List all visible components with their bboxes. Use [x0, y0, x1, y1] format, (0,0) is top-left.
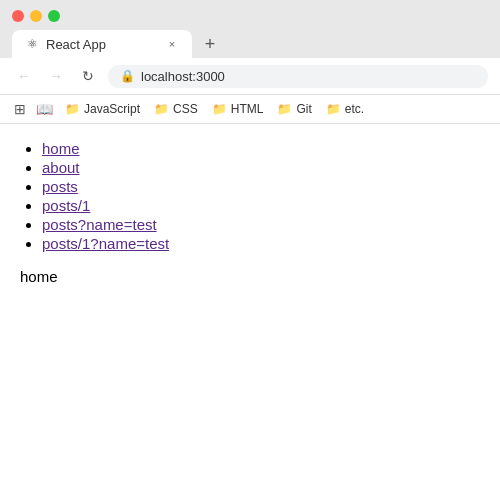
posts-1-link[interactable]: posts/1 [42, 197, 90, 214]
bookmark-javascript[interactable]: 📁 JavaScript [59, 100, 146, 118]
bookmarks-bar: ⊞ 📖 📁 JavaScript 📁 CSS 📁 HTML 📁 Git 📁 et… [0, 95, 500, 124]
posts-1-query-link[interactable]: posts/1?name=test [42, 235, 169, 252]
bookmark-label: JavaScript [84, 102, 140, 116]
address-bar[interactable]: 🔒 localhost:3000 [108, 65, 488, 88]
bookmark-css[interactable]: 📁 CSS [148, 100, 204, 118]
tab-close-button[interactable]: × [164, 36, 180, 52]
about-link[interactable]: about [42, 159, 80, 176]
nav-link-list: homeaboutpostsposts/1posts?name=testpost… [20, 140, 480, 252]
new-tab-button[interactable]: + [196, 30, 224, 58]
close-button[interactable] [12, 10, 24, 22]
page-label: home [20, 268, 480, 285]
browser-window: ⚛ React App × + ← → ↻ 🔒 localhost:3000 ⊞… [0, 0, 500, 500]
title-bar: ⚛ React App × + [0, 0, 500, 58]
reload-button[interactable]: ↻ [76, 64, 100, 88]
bookmark-label: CSS [173, 102, 198, 116]
page-content: homeaboutpostsposts/1posts?name=testpost… [0, 124, 500, 500]
tab-favicon: ⚛ [24, 36, 40, 52]
folder-icon: 📁 [326, 102, 341, 116]
home-link[interactable]: home [42, 140, 80, 157]
posts-link[interactable]: posts [42, 178, 78, 195]
folder-icon: 📁 [277, 102, 292, 116]
bookmark-label: HTML [231, 102, 264, 116]
window-controls [12, 10, 488, 22]
posts-query-link[interactable]: posts?name=test [42, 216, 157, 233]
back-button[interactable]: ← [12, 64, 36, 88]
apps-icon[interactable]: ⊞ [10, 99, 30, 119]
bookmark-label: Git [296, 102, 311, 116]
bookmark-label: etc. [345, 102, 364, 116]
tab-bar: ⚛ React App × + [12, 30, 488, 58]
browser-toolbar: ← → ↻ 🔒 localhost:3000 [0, 58, 500, 95]
forward-button[interactable]: → [44, 64, 68, 88]
minimize-button[interactable] [30, 10, 42, 22]
tab-title: React App [46, 37, 158, 52]
reading-list-icon[interactable]: 📖 [32, 99, 57, 119]
active-tab[interactable]: ⚛ React App × [12, 30, 192, 58]
folder-icon: 📁 [154, 102, 169, 116]
maximize-button[interactable] [48, 10, 60, 22]
lock-icon: 🔒 [120, 69, 135, 83]
bookmark-html[interactable]: 📁 HTML [206, 100, 270, 118]
address-text: localhost:3000 [141, 69, 225, 84]
bookmark-git[interactable]: 📁 Git [271, 100, 317, 118]
bookmark-etc[interactable]: 📁 etc. [320, 100, 370, 118]
folder-icon: 📁 [212, 102, 227, 116]
folder-icon: 📁 [65, 102, 80, 116]
